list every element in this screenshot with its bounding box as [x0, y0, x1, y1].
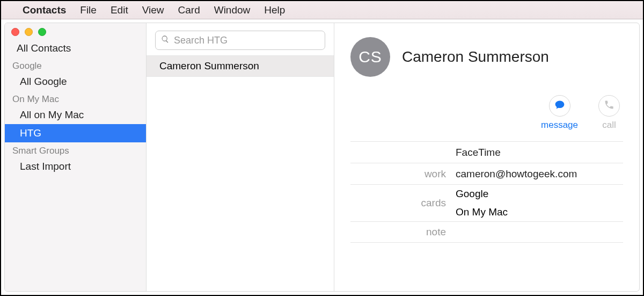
field-value: cameron@howtogeek.com — [456, 165, 623, 183]
message-icon — [554, 99, 565, 113]
field-cards: cards Google On My Mac — [350, 184, 623, 221]
message-button[interactable]: message — [541, 95, 578, 131]
field-facetime[interactable]: FaceTime — [350, 141, 623, 163]
contact-name: Cameron Summerson — [402, 48, 549, 66]
sidebar: All Contacts Google All Google On My Mac… — [5, 23, 147, 291]
menu-view[interactable]: View — [142, 4, 164, 16]
window-controls — [5, 23, 146, 39]
field-value: Google — [456, 185, 623, 203]
field-value: On My Mac — [456, 203, 623, 221]
app-menu[interactable]: Contacts — [23, 4, 66, 16]
field-note[interactable]: note — [350, 221, 623, 243]
sidebar-group-google: Google — [5, 57, 146, 73]
menu-card[interactable]: Card — [178, 4, 200, 16]
sidebar-item-all-contacts[interactable]: All Contacts — [5, 39, 146, 57]
zoom-button[interactable] — [38, 28, 46, 36]
search-field[interactable] — [155, 31, 325, 50]
sidebar-item-last-import[interactable]: Last Import — [5, 157, 146, 176]
field-work-email[interactable]: work cameron@howtogeek.com — [350, 163, 623, 184]
minimize-button[interactable] — [25, 28, 33, 36]
call-label: call — [602, 120, 616, 131]
sidebar-group-smart-groups: Smart Groups — [5, 142, 146, 157]
call-button[interactable]: call — [598, 95, 620, 131]
field-label: note — [350, 226, 456, 238]
contacts-window: All Contacts Google All Google On My Mac… — [4, 23, 640, 292]
close-button[interactable] — [11, 28, 19, 36]
sidebar-item-all-on-my-mac[interactable]: All on My Mac — [5, 106, 146, 124]
contact-detail-pane: CS Cameron Summerson message call FaceTi… — [334, 23, 639, 291]
message-label: message — [541, 120, 578, 131]
list-item[interactable]: Cameron Summerson — [147, 55, 334, 77]
field-label: work — [350, 168, 456, 180]
field-value: FaceTime — [456, 143, 623, 162]
field-label: cards — [350, 197, 456, 209]
menu-edit[interactable]: Edit — [111, 4, 128, 16]
phone-icon — [604, 99, 614, 113]
field-value — [456, 229, 623, 235]
avatar[interactable]: CS — [350, 37, 390, 77]
sidebar-item-all-google[interactable]: All Google — [5, 73, 146, 91]
menubar: Contacts File Edit View Card Window Help — [1, 1, 643, 19]
sidebar-item-htg[interactable]: HTG — [5, 124, 146, 142]
menu-window[interactable]: Window — [214, 4, 251, 16]
sidebar-group-on-my-mac: On My Mac — [5, 91, 146, 106]
search-input[interactable] — [174, 35, 319, 46]
contact-list-pane: Cameron Summerson — [147, 23, 334, 291]
menu-file[interactable]: File — [80, 4, 97, 16]
menu-help[interactable]: Help — [264, 4, 285, 16]
search-icon — [161, 35, 170, 46]
